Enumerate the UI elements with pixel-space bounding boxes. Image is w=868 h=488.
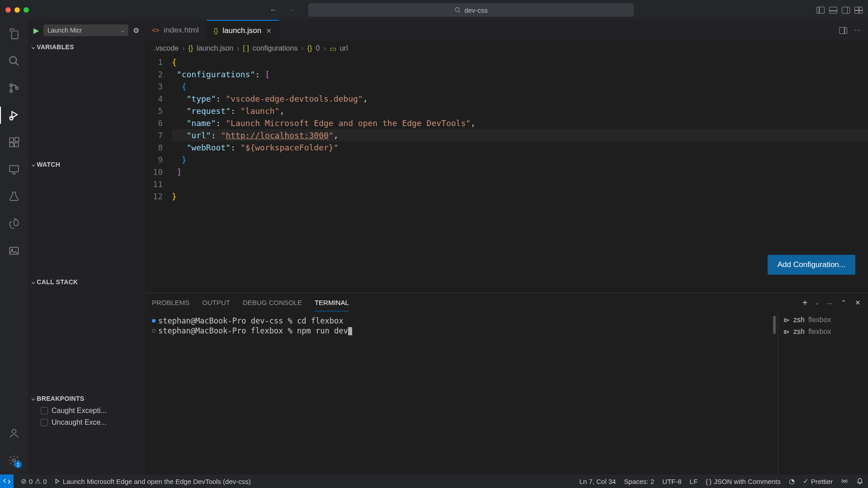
breadcrumb-index[interactable]: 0 xyxy=(316,44,320,52)
terminal-shell: zsh xyxy=(793,316,805,324)
language-mode[interactable]: { } JSON with Comments xyxy=(706,478,781,485)
more-actions-icon[interactable]: ··· xyxy=(827,299,833,307)
code-editor[interactable]: 123456789101112 { "configurations": [ { … xyxy=(145,56,868,293)
statusbar: ⊘0 ⚠0 Launch Microsoft Edge and open the… xyxy=(0,474,868,488)
testing-tab[interactable] xyxy=(7,190,21,203)
svg-point-0 xyxy=(455,8,459,12)
terminal-scrollbar[interactable] xyxy=(773,316,776,334)
toggle-panel-icon[interactable] xyxy=(829,7,837,14)
eol-status[interactable]: LF xyxy=(690,478,698,485)
json-object-icon: {} xyxy=(307,44,312,52)
editor-tab-index-html[interactable]: <>index.html xyxy=(145,20,207,41)
new-terminal-icon[interactable]: + xyxy=(802,298,808,308)
checkbox-icon[interactable] xyxy=(41,419,48,426)
customize-layout-icon[interactable] xyxy=(854,7,863,14)
broadcast-icon[interactable] xyxy=(841,478,848,485)
maximize-window-button[interactable] xyxy=(24,7,29,13)
debug-config-select[interactable]: Launch Micr ⌵ xyxy=(43,24,128,36)
notifications-icon[interactable] xyxy=(856,478,863,485)
explorer-tab[interactable] xyxy=(7,27,21,41)
source-control-tab[interactable] xyxy=(7,81,21,95)
search-tab[interactable] xyxy=(7,54,21,68)
warning-icon: ⚠ xyxy=(35,477,41,485)
breadcrumb-url[interactable]: url xyxy=(340,44,348,52)
more-actions-icon[interactable]: ··· xyxy=(854,26,861,35)
indentation-status[interactable]: Spaces: 2 xyxy=(624,478,654,485)
extensions-tab[interactable] xyxy=(7,136,21,149)
remote-explorer-tab[interactable] xyxy=(7,163,21,176)
breadcrumb-file[interactable]: launch.json xyxy=(197,44,233,52)
breakpoint-label: Uncaught Exce... xyxy=(52,418,107,427)
panel: PROBLEMSOUTPUTDEBUG CONSOLETERMINAL + ⌵ … xyxy=(145,293,868,474)
json-string-icon: ▭ xyxy=(330,44,336,53)
svg-rect-12 xyxy=(9,165,19,172)
debug-config-label: Launch Micr xyxy=(47,27,82,34)
cursor-position[interactable]: Ln 7, Col 34 xyxy=(579,478,616,485)
terminal-label: flexbox xyxy=(808,316,831,324)
images-tab[interactable] xyxy=(7,244,21,258)
svg-rect-8 xyxy=(9,138,14,142)
terminal-session[interactable]: ⧐zsh flexbox xyxy=(778,326,868,338)
debug-target-status[interactable]: Launch Microsoft Edge and open the Edge … xyxy=(54,478,251,485)
nav-back-button[interactable]: ← xyxy=(269,5,278,15)
maximize-panel-icon[interactable]: ⌃ xyxy=(841,299,847,307)
terminal-icon: ⧐ xyxy=(783,328,790,335)
nav-forward-button[interactable]: → xyxy=(287,5,295,15)
terminal-dropdown-icon[interactable]: ⌵ xyxy=(816,300,819,306)
run-debug-tab[interactable] xyxy=(7,108,21,122)
toggle-secondary-sidebar-icon[interactable] xyxy=(842,7,850,14)
remote-button[interactable] xyxy=(0,474,14,488)
svg-point-20 xyxy=(844,480,845,482)
breakpoints-section-header[interactable]: ⌵ BREAKPOINTS xyxy=(28,392,145,405)
chevron-down-icon: ⌵ xyxy=(32,395,35,402)
add-configuration-button[interactable]: Add Configuration... xyxy=(768,255,855,275)
code-content[interactable]: { "configurations": [ { "type": "vscode-… xyxy=(172,56,868,293)
feedback-icon[interactable]: ◔ xyxy=(789,477,795,485)
callstack-section-header[interactable]: ⌵ CALL STACK xyxy=(28,276,145,288)
close-window-button[interactable] xyxy=(5,7,11,13)
errors-warnings[interactable]: ⊘0 ⚠0 xyxy=(21,477,47,485)
debug-icon xyxy=(54,478,61,484)
breadcrumbs[interactable]: .vscode › {} launch.json › [ ] configura… xyxy=(145,41,868,56)
check-icon: ✓ xyxy=(803,477,809,485)
close-tab-icon[interactable]: ✕ xyxy=(266,27,272,35)
chevron-down-icon: ⌵ xyxy=(32,44,35,50)
chevron-right-icon: › xyxy=(323,44,326,52)
panel-tabs: PROBLEMSOUTPUTDEBUG CONSOLETERMINAL + ⌵ … xyxy=(145,293,868,312)
run-header: ▶ Launch Micr ⌵ ⚙ xyxy=(28,20,145,41)
panel-tab-terminal[interactable]: TERMINAL xyxy=(315,294,349,311)
edge-devtools-tab[interactable] xyxy=(7,217,21,230)
breakpoint-item[interactable]: Caught Excepti... xyxy=(28,405,145,417)
prettier-status[interactable]: ✓ Prettier xyxy=(803,477,833,485)
terminal-shell: zsh xyxy=(793,328,805,336)
panel-tab-problems[interactable]: PROBLEMS xyxy=(152,294,189,311)
breadcrumb-folder[interactable]: .vscode xyxy=(154,44,179,52)
editor-tab-launch-json[interactable]: {}launch.json✕ xyxy=(207,20,279,41)
tab-filename: index.html xyxy=(164,26,198,35)
search-text: dev-css xyxy=(464,6,488,14)
terminal-session[interactable]: ⧐zsh flexbox xyxy=(778,314,868,326)
breakpoint-item[interactable]: Uncaught Exce... xyxy=(28,417,145,428)
start-debugging-button[interactable]: ▶ xyxy=(33,26,39,35)
chevron-right-icon: › xyxy=(237,44,239,52)
split-editor-icon[interactable] xyxy=(839,27,847,34)
minimize-window-button[interactable] xyxy=(14,7,20,13)
svg-rect-9 xyxy=(9,143,14,147)
panel-tab-output[interactable]: OUTPUT xyxy=(202,294,230,311)
braces-icon: { } xyxy=(706,478,712,485)
breadcrumb-configurations[interactable]: configurations xyxy=(253,44,298,52)
close-panel-icon[interactable]: ✕ xyxy=(855,299,861,307)
panel-tab-debug-console[interactable]: DEBUG CONSOLE xyxy=(243,294,302,311)
toggle-primary-sidebar-icon[interactable] xyxy=(816,7,825,14)
variables-section-header[interactable]: ⌵ VARIABLES xyxy=(28,41,145,53)
accounts-button[interactable] xyxy=(7,427,21,440)
configure-gear-icon[interactable]: ⚙ xyxy=(133,26,139,35)
command-center[interactable]: dev-css xyxy=(308,3,634,17)
watch-section-header[interactable]: ⌵ WATCH xyxy=(28,158,145,171)
terminal-content[interactable]: stephan@MacBook-Pro dev-css % cd flexbox… xyxy=(145,312,778,474)
svg-rect-11 xyxy=(15,137,19,141)
checkbox-icon[interactable] xyxy=(41,407,48,414)
encoding-status[interactable]: UTF-8 xyxy=(662,478,682,485)
manage-button[interactable]: 1 xyxy=(7,454,21,467)
svg-point-6 xyxy=(16,87,18,89)
